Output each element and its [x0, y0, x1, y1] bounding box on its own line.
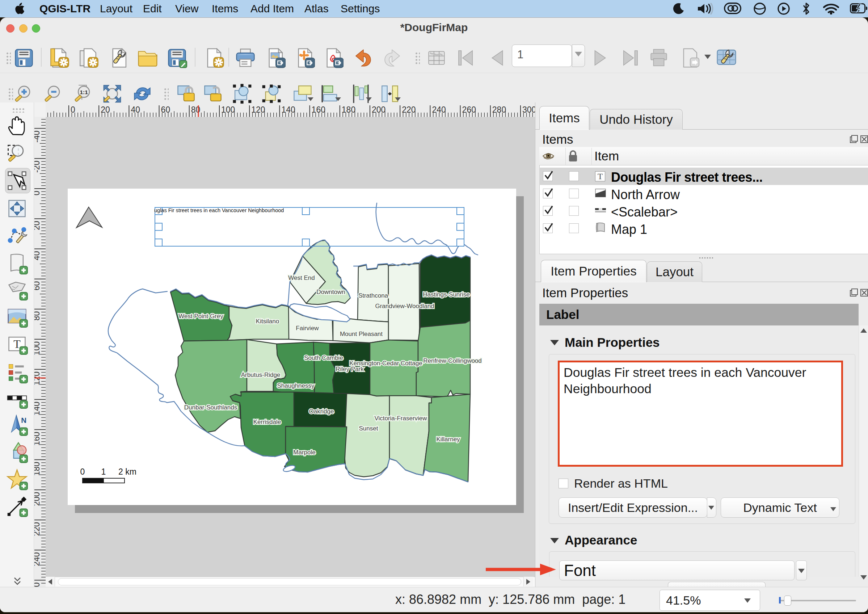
svg-text:220: 220 — [402, 105, 415, 115]
svg-text:2 km: 2 km — [118, 467, 136, 476]
svg-text:260: 260 — [462, 105, 476, 115]
svg-text:Shaughnessy: Shaughnessy — [277, 382, 315, 389]
svg-text:100: 100 — [34, 341, 41, 355]
svg-text:1:1: 1:1 — [80, 89, 88, 95]
svg-text:Kerrisdale: Kerrisdale — [253, 419, 281, 425]
svg-text:Dunbar-Southlands: Dunbar-Southlands — [184, 404, 237, 411]
svg-text:60: 60 — [34, 281, 41, 291]
svg-text:240: 240 — [432, 105, 446, 115]
svg-text:20: 20 — [34, 221, 41, 230]
svg-text:Marpole: Marpole — [293, 449, 315, 456]
svg-text:Victoria-Fraserview: Victoria-Fraserview — [374, 415, 427, 422]
svg-text:-40: -40 — [34, 131, 41, 143]
svg-text:140: 140 — [281, 105, 295, 115]
svg-text:180: 180 — [34, 462, 41, 476]
svg-text:1: 1 — [101, 467, 106, 476]
svg-text:Mount Pleasant: Mount Pleasant — [340, 330, 383, 337]
svg-text:West Point Grey: West Point Grey — [178, 313, 223, 320]
svg-text:Sunset: Sunset — [359, 425, 378, 432]
svg-text:260: 260 — [34, 583, 41, 587]
svg-text:Downtown: Downtown — [316, 288, 345, 295]
svg-text:240: 240 — [34, 552, 41, 566]
svg-text:West End: West End — [288, 274, 315, 281]
svg-text:120: 120 — [251, 105, 265, 115]
svg-text:300: 300 — [522, 105, 535, 115]
svg-text:Hastings-Sunrise: Hastings-Sunrise — [423, 291, 470, 298]
svg-text:Killarney: Killarney — [436, 436, 460, 443]
svg-text:-20: -20 — [34, 161, 41, 173]
svg-text:Oakridge: Oakridge — [309, 408, 334, 415]
svg-text:Renfrew-Collingwood: Renfrew-Collingwood — [423, 357, 482, 364]
svg-text:40: 40 — [34, 251, 41, 260]
svg-text:0: 0 — [34, 191, 41, 195]
svg-text:160: 160 — [34, 432, 41, 446]
svg-text:80: 80 — [34, 311, 41, 321]
svg-text:200: 200 — [34, 492, 41, 506]
svg-text:280: 280 — [492, 105, 506, 115]
svg-text:0: 0 — [81, 467, 85, 476]
svg-text:100: 100 — [221, 105, 235, 115]
svg-text:Strathcona: Strathcona — [358, 292, 388, 299]
svg-text:Kensington-Cedar Cottage: Kensington-Cedar Cottage — [349, 360, 422, 367]
svg-text:South Cambie: South Cambie — [304, 354, 343, 361]
svg-text:180: 180 — [342, 105, 355, 115]
svg-text:N: N — [21, 416, 26, 424]
svg-text:200: 200 — [372, 105, 386, 115]
svg-text:Arbutus-Ridge: Arbutus-Ridge — [241, 371, 281, 378]
svg-text:140: 140 — [34, 402, 41, 415]
svg-text:160: 160 — [312, 105, 326, 115]
svg-text:Fairview: Fairview — [296, 325, 319, 332]
svg-text:Grandview-Woodland: Grandview-Woodland — [375, 303, 434, 310]
svg-text:uglas Fir street trees in each: uglas Fir street trees in each Vancouver… — [154, 208, 284, 213]
svg-text:220: 220 — [34, 522, 41, 536]
svg-text:Kitsilano: Kitsilano — [256, 318, 279, 325]
